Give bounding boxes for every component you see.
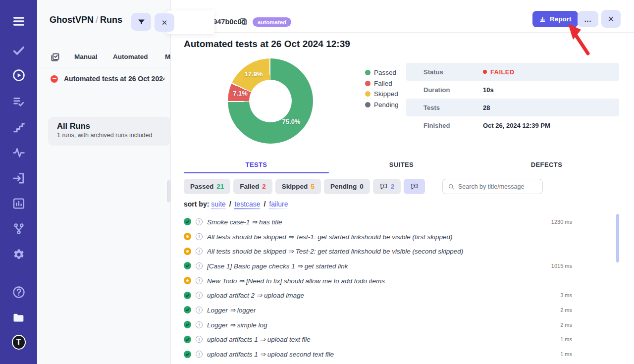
stat-value: 28 xyxy=(483,104,490,111)
comment-exclamation-chip[interactable]: 2 xyxy=(373,179,401,194)
test-row[interactable]: !upload artifact 2 ⇒ upload image3 ms xyxy=(184,288,619,303)
run-type-badge: automated xyxy=(253,17,291,27)
gear-icon[interactable] xyxy=(12,248,26,261)
test-duration: 1230 ms xyxy=(551,219,572,225)
steps-icon[interactable] xyxy=(12,120,26,134)
panel-resize-handle[interactable] xyxy=(167,180,170,202)
test-row[interactable]: !upload artifacts 1 ⇒ upload second text… xyxy=(184,347,619,362)
donut-hole xyxy=(249,80,292,122)
check-icon[interactable] xyxy=(12,44,26,57)
copy-run-id-button[interactable] xyxy=(239,17,249,27)
sort-link-testcase[interactable]: testcase xyxy=(234,200,260,208)
test-title: [Case 1] Basic page checks 1 ⇒ get start… xyxy=(207,262,348,270)
test-title: Logger ⇒ logger xyxy=(207,306,256,314)
test-row[interactable]: !Smoke case-1 ⇒ has title1230 ms xyxy=(184,214,619,229)
all-runs-card[interactable]: All Runs 1 runs, with archived runs incl… xyxy=(48,117,171,146)
run-list-item[interactable]: Automated tests at 26 Oct 2024 12:39 xyxy=(51,75,164,83)
search-input[interactable] xyxy=(458,183,537,190)
test-row[interactable]: !Logger ⇒ logger2 ms xyxy=(184,303,619,317)
test-row[interactable]: !All tests should be skipped ⇒ Test-2: g… xyxy=(184,244,619,259)
tab-tests[interactable]: TESTS xyxy=(184,158,329,173)
stat-label: Finished xyxy=(406,122,483,129)
tab-defects[interactable]: DEFECTS xyxy=(474,158,619,173)
comment-exclamation-icon xyxy=(379,182,388,191)
tab-suites[interactable]: SUITES xyxy=(329,158,474,173)
test-title: upload artifact 2 ⇒ upload image xyxy=(207,291,304,299)
ellipsis-icon: ... xyxy=(584,15,592,23)
report-button[interactable]: Report xyxy=(532,11,578,27)
passed-status-icon xyxy=(184,351,191,358)
passed-status-icon xyxy=(184,336,191,343)
sort-link-suite[interactable]: suite xyxy=(211,200,226,208)
exclamation-circle-icon: ! xyxy=(196,262,203,269)
activity-icon[interactable] xyxy=(12,146,26,159)
test-duration: 2 ms xyxy=(560,322,572,328)
select-runs-icon[interactable] xyxy=(50,52,60,62)
close-run-button[interactable]: ✕ xyxy=(601,10,621,28)
sign-in-icon[interactable] xyxy=(12,171,26,185)
sort-link-failure[interactable]: failure xyxy=(269,200,288,208)
chip-count: 0 xyxy=(360,183,364,190)
funnel-icon xyxy=(137,18,146,26)
panel-close-button[interactable]: ✕ xyxy=(155,13,174,32)
runs-tab-m[interactable]: M xyxy=(165,53,170,60)
annotation-arrow xyxy=(562,22,597,58)
runs-panel: GhostVPN/Runs ✕ ManualAutomatedM Automat… xyxy=(37,0,171,364)
breadcrumb-separator: / xyxy=(94,15,100,25)
test-row[interactable]: !All tests should be skipped ⇒ Test-1: g… xyxy=(184,229,619,244)
chip-label: Pending xyxy=(330,183,357,190)
list-scrollbar-thumb[interactable] xyxy=(616,214,619,262)
chip-failed[interactable]: Failed2 xyxy=(233,179,272,194)
sort-options: suite / testcase / failure xyxy=(211,200,288,208)
legend-item: Passed xyxy=(365,67,399,78)
run-detail-header: Run 947b0c0d automated Report ... ✕ xyxy=(171,0,634,33)
passed-status-icon xyxy=(184,262,191,269)
play-circle-icon[interactable] xyxy=(12,68,26,82)
stat-value: FAILED xyxy=(483,68,515,76)
test-row[interactable]: !New Todo ⇒ [Need to fix] should allow m… xyxy=(184,273,619,288)
help-icon[interactable] xyxy=(12,285,26,299)
test-row[interactable]: ![Case 1] Basic page checks 1 ⇒ get star… xyxy=(184,259,619,273)
legend-dot-icon xyxy=(365,102,370,107)
comment-plus-chip[interactable] xyxy=(404,179,425,194)
test-duration: 1 ms xyxy=(560,351,572,357)
skipped-status-icon xyxy=(184,233,191,240)
chip-count: 5 xyxy=(311,183,315,190)
chip-pending[interactable]: Pending0 xyxy=(324,179,370,194)
menu-icon[interactable] xyxy=(12,14,26,28)
report-button-label: Report xyxy=(550,15,572,23)
chip-passed[interactable]: Passed21 xyxy=(184,179,230,194)
list-check-icon[interactable] xyxy=(12,95,26,108)
runs-tab-automated[interactable]: Automated xyxy=(113,53,148,60)
exclamation-circle-icon: ! xyxy=(196,351,203,358)
legend-dot-icon xyxy=(365,81,370,86)
branch-icon[interactable] xyxy=(12,222,26,236)
exclamation-circle-icon: ! xyxy=(196,218,203,225)
run-stats-table: StatusFAILEDDuration10sTests28FinishedOc… xyxy=(406,63,619,134)
all-runs-subtitle: 1 runs, with archived runs included xyxy=(57,132,162,139)
legend-label: Skipped xyxy=(374,90,398,98)
legend-dot-icon xyxy=(365,70,370,75)
test-row[interactable]: !upload artifacts 1 ⇒ upload text file1 … xyxy=(184,332,619,347)
chip-count: 21 xyxy=(216,183,224,190)
breadcrumb-project[interactable]: GhostVPN xyxy=(50,15,94,25)
test-row[interactable]: !Logger ⇒ simple log2 ms xyxy=(184,317,619,332)
more-options-button[interactable]: ... xyxy=(578,11,598,27)
filter-button[interactable] xyxy=(131,13,151,31)
bar-chart-icon[interactable] xyxy=(12,197,26,210)
runs-tab-manual[interactable]: Manual xyxy=(74,53,98,60)
copy-icon xyxy=(239,17,248,26)
run-detail-panel: Run 947b0c0d automated Report ... ✕ Auto… xyxy=(171,0,634,364)
filter-chips: Passed21Failed2Skipped5Pending02 xyxy=(184,179,425,194)
passed-status-icon xyxy=(184,292,191,299)
logo-icon[interactable]: T xyxy=(12,335,26,349)
test-duration: 3 ms xyxy=(560,292,572,298)
folder-icon[interactable] xyxy=(12,311,26,325)
exclamation-circle-icon: ! xyxy=(196,277,203,284)
chip-skipped[interactable]: Skipped5 xyxy=(275,179,321,194)
chart-legend: PassedFailedSkippedPending xyxy=(365,67,399,110)
exclamation-circle-icon: ! xyxy=(196,233,203,240)
results-donut-chart: 75.0%7.1%17.9% xyxy=(228,58,313,144)
test-duration: 1 ms xyxy=(560,336,572,342)
all-runs-title: All Runs xyxy=(57,121,162,131)
